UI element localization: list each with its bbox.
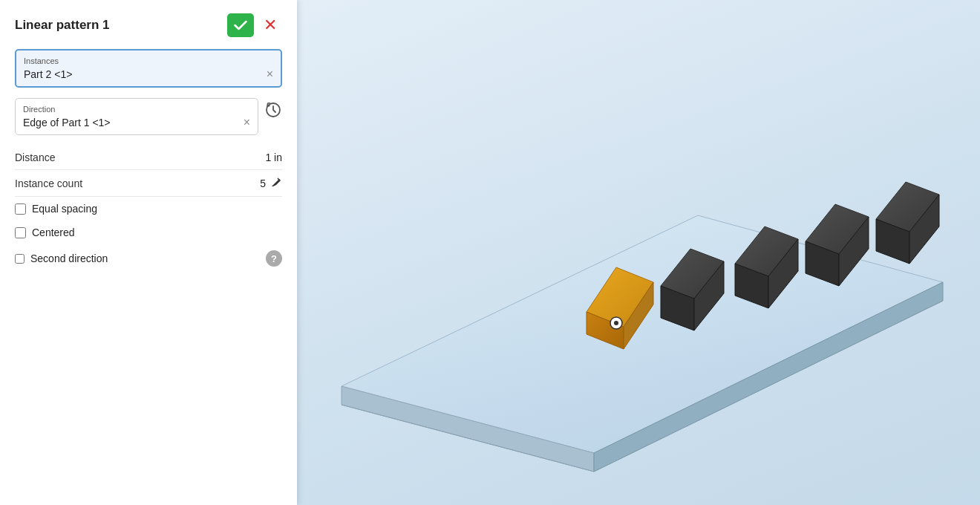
centered-row: Centered xyxy=(15,221,282,244)
confirm-button[interactable] xyxy=(227,13,254,37)
history-icon-button[interactable] xyxy=(264,101,282,119)
cancel-button[interactable]: ✕ xyxy=(258,13,282,37)
distance-value: 1 in xyxy=(265,152,282,163)
second-direction-label[interactable]: Second direction xyxy=(30,252,108,264)
distance-label: Distance xyxy=(15,152,55,163)
direction-value: Edge of Part 1 <1> xyxy=(23,117,111,128)
centered-label[interactable]: Centered xyxy=(32,227,75,238)
instance-count-row: Instance count 5 xyxy=(15,170,282,197)
panel-header: Linear pattern 1 ✕ xyxy=(15,13,282,37)
second-direction-checkbox[interactable] xyxy=(15,254,24,264)
second-direction-row: Second direction ? xyxy=(15,244,282,273)
scene-svg xyxy=(297,0,980,505)
equal-spacing-row: Equal spacing xyxy=(15,197,282,221)
centered-checkbox[interactable] xyxy=(15,227,26,238)
direction-box: Direction Edge of Part 1 <1> × xyxy=(15,98,258,135)
direction-label: Direction xyxy=(23,105,250,114)
instance-count-value-group: 5 xyxy=(260,176,282,190)
distance-row: Distance 1 in xyxy=(15,146,282,170)
direction-value-row: Edge of Part 1 <1> × xyxy=(23,117,250,128)
instances-value-row: Part 2 <1> × xyxy=(24,68,273,80)
help-icon[interactable]: ? xyxy=(266,250,282,267)
instances-box: Instances Part 2 <1> × xyxy=(15,49,282,88)
instance-count-value: 5 xyxy=(260,177,266,189)
instances-value: Part 2 <1> xyxy=(24,68,72,80)
direction-inner: Direction Edge of Part 1 <1> × xyxy=(23,105,250,128)
header-buttons: ✕ xyxy=(227,13,282,37)
linear-pattern-panel: Linear pattern 1 ✕ Instances Part 2 <1> … xyxy=(0,0,297,505)
edit-icon[interactable] xyxy=(270,176,282,190)
svg-point-11 xyxy=(614,321,618,325)
equal-spacing-label[interactable]: Equal spacing xyxy=(32,203,97,215)
instance-count-label: Instance count xyxy=(15,177,82,189)
instances-close-button[interactable]: × xyxy=(267,68,273,80)
equal-spacing-checkbox[interactable] xyxy=(15,203,26,215)
second-direction-left: Second direction xyxy=(15,252,108,264)
instances-label: Instances xyxy=(24,56,273,65)
direction-close-button[interactable]: × xyxy=(244,117,250,128)
panel-title: Linear pattern 1 xyxy=(15,18,110,33)
viewport[interactable] xyxy=(297,0,980,505)
